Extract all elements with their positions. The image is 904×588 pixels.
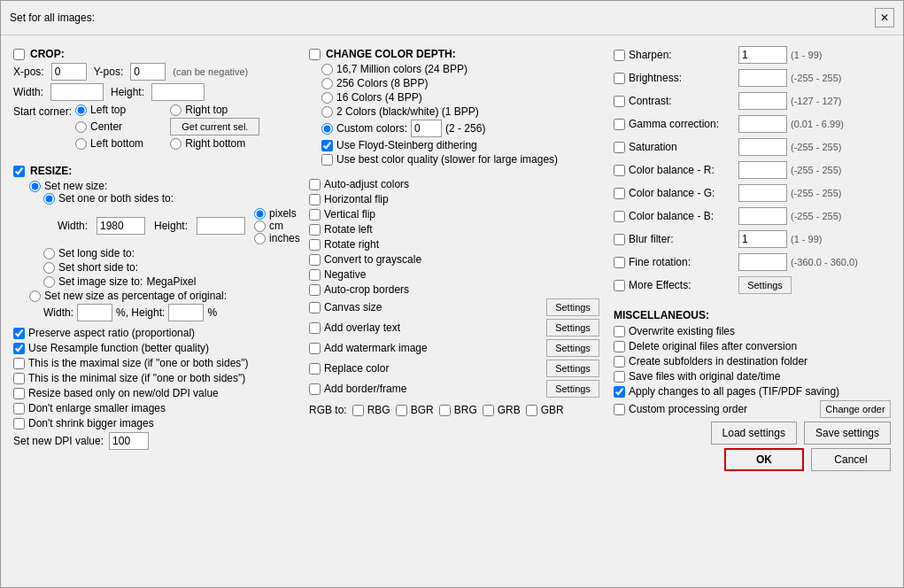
corner-left-bottom-radio[interactable] bbox=[75, 138, 87, 150]
delete-originals-checkbox[interactable] bbox=[614, 341, 625, 352]
overlay-text-label[interactable]: Add overlay text bbox=[309, 321, 546, 334]
get-current-sel-button[interactable]: Get current sel. bbox=[170, 118, 259, 135]
canvas-settings-button[interactable]: Settings bbox=[546, 298, 599, 316]
set-image-size-radio-label[interactable]: Set image size to: bbox=[43, 275, 143, 288]
watermark-settings-button[interactable]: Settings bbox=[546, 339, 599, 357]
color-256-label[interactable]: 256 Colors (8 BPP) bbox=[321, 77, 599, 89]
resize-width-input[interactable] bbox=[97, 217, 145, 235]
cm-radio-label[interactable]: cm bbox=[254, 220, 300, 232]
corner-right-bottom[interactable]: Right bottom bbox=[170, 137, 259, 150]
rgb-grb-label[interactable]: GRB bbox=[483, 404, 521, 416]
resize-checkbox[interactable] bbox=[13, 166, 25, 177]
corner-right-top-radio[interactable] bbox=[170, 104, 182, 116]
set-image-size-radio[interactable] bbox=[43, 276, 55, 288]
set-percentage-radio[interactable] bbox=[29, 290, 41, 302]
custom-colors-radio[interactable] bbox=[321, 123, 333, 135]
set-percentage-radio-label[interactable]: Set new size as percentage of original: bbox=[29, 290, 295, 302]
auto-crop-label[interactable]: Auto-crop borders bbox=[309, 283, 599, 296]
vertical-flip-label[interactable]: Vertical flip bbox=[309, 208, 599, 220]
color-2-radio[interactable] bbox=[321, 106, 333, 118]
more-effects-button[interactable]: Settings bbox=[738, 276, 792, 294]
gamma-input[interactable] bbox=[738, 115, 787, 133]
save-settings-button[interactable]: Save settings bbox=[804, 422, 891, 445]
brg-checkbox[interactable] bbox=[439, 405, 451, 416]
bgr-checkbox[interactable] bbox=[396, 405, 407, 416]
corner-left-top-radio[interactable] bbox=[75, 104, 87, 116]
inches-radio[interactable] bbox=[254, 233, 266, 244]
overlay-settings-button[interactable]: Settings bbox=[546, 319, 599, 337]
corner-left-top[interactable]: Left top bbox=[75, 104, 165, 116]
rotate-right-label[interactable]: Rotate right bbox=[309, 238, 599, 251]
custom-colors-label[interactable]: Custom colors: bbox=[321, 122, 407, 135]
color-r-input[interactable] bbox=[738, 161, 787, 179]
fine-rotation-checkbox[interactable] bbox=[614, 257, 625, 268]
resize-dpi-checkbox[interactable] bbox=[13, 388, 25, 399]
horizontal-flip-label[interactable]: Horizontal flip bbox=[309, 193, 599, 205]
crop-height-input[interactable] bbox=[151, 83, 205, 101]
blur-input[interactable] bbox=[738, 230, 787, 248]
use-resample-label[interactable]: Use Resample function (better quality) bbox=[13, 342, 295, 354]
set-new-size-radio-label[interactable]: Set new size: bbox=[29, 180, 295, 192]
resize-dpi-label[interactable]: Resize based only on new/old DPI value bbox=[13, 387, 295, 399]
set-new-size-radio[interactable] bbox=[29, 181, 41, 192]
rotate-left-label[interactable]: Rotate left bbox=[309, 223, 599, 236]
brightness-input[interactable] bbox=[738, 69, 787, 87]
best-quality-label[interactable]: Use best color quality (slower for large… bbox=[321, 153, 599, 166]
color-r-checkbox[interactable] bbox=[614, 165, 625, 176]
brightness-checkbox[interactable] bbox=[614, 73, 625, 84]
minimal-size-label[interactable]: This is the minimal size (if "one or bot… bbox=[13, 372, 295, 384]
overlay-text-checkbox[interactable] bbox=[309, 322, 321, 334]
xpos-input[interactable] bbox=[51, 63, 87, 81]
border-frame-checkbox[interactable] bbox=[309, 383, 321, 395]
watermark-checkbox[interactable] bbox=[309, 343, 321, 354]
color-2-label[interactable]: 2 Colors (black/white) (1 BPP) bbox=[321, 105, 599, 118]
dont-shrink-checkbox[interactable] bbox=[13, 418, 25, 429]
minimal-size-checkbox[interactable] bbox=[13, 373, 25, 384]
canvas-size-label[interactable]: Canvas size bbox=[309, 301, 546, 313]
apply-changes-checkbox[interactable] bbox=[614, 386, 625, 398]
dont-enlarge-checkbox[interactable] bbox=[13, 403, 25, 414]
horizontal-flip-checkbox[interactable] bbox=[309, 194, 321, 205]
ok-button[interactable]: OK bbox=[724, 448, 804, 471]
dont-shrink-label[interactable]: Don't shrink bigger images bbox=[13, 417, 295, 429]
grb-checkbox[interactable] bbox=[483, 405, 494, 416]
replace-settings-button[interactable]: Settings bbox=[546, 360, 599, 377]
auto-crop-checkbox[interactable] bbox=[309, 284, 321, 296]
set-long-side-radio-label[interactable]: Set long side to: bbox=[43, 247, 295, 259]
color-16m-radio[interactable] bbox=[321, 64, 333, 75]
floyd-steinberg-checkbox[interactable] bbox=[321, 140, 333, 151]
apply-changes-label[interactable]: Apply changes to all pages (TIF/PDF savi… bbox=[614, 385, 891, 398]
change-order-button[interactable]: Change order bbox=[820, 400, 891, 418]
rgb-gbr-label[interactable]: GBR bbox=[526, 404, 564, 416]
resize-height-input[interactable] bbox=[197, 217, 245, 235]
color-16m-label[interactable]: 16,7 Million colors (24 BPP) bbox=[321, 63, 599, 75]
corner-right-top[interactable]: Right top bbox=[170, 104, 259, 116]
convert-grayscale-checkbox[interactable] bbox=[309, 254, 321, 266]
color-b-input[interactable] bbox=[738, 207, 787, 225]
rgb-brg-label[interactable]: BRG bbox=[439, 404, 477, 416]
color-b-checkbox[interactable] bbox=[614, 211, 625, 222]
custom-order-label[interactable]: Custom processing order bbox=[614, 403, 820, 415]
color-16-radio[interactable] bbox=[321, 92, 333, 104]
crop-width-input[interactable] bbox=[50, 83, 104, 101]
negative-label[interactable]: Negative bbox=[309, 268, 599, 281]
vertical-flip-checkbox[interactable] bbox=[309, 209, 321, 220]
border-frame-label[interactable]: Add border/frame bbox=[309, 383, 546, 395]
preserve-aspect-label[interactable]: Preserve aspect ratio (proportional) bbox=[13, 327, 295, 339]
set-short-side-radio[interactable] bbox=[43, 262, 55, 274]
pct-width-input[interactable] bbox=[77, 304, 112, 321]
corner-right-bottom-radio[interactable] bbox=[170, 138, 182, 150]
blur-checkbox[interactable] bbox=[614, 234, 625, 245]
border-settings-button[interactable]: Settings bbox=[546, 380, 599, 398]
preserve-aspect-checkbox[interactable] bbox=[13, 328, 25, 339]
convert-grayscale-label[interactable]: Convert to grayscale bbox=[309, 253, 599, 266]
color-g-input[interactable] bbox=[738, 184, 787, 202]
maximal-size-checkbox[interactable] bbox=[13, 358, 25, 369]
set-long-side-radio[interactable] bbox=[43, 248, 55, 259]
dont-enlarge-label[interactable]: Don't enlarge smaller images bbox=[13, 402, 295, 414]
color-depth-checkbox[interactable] bbox=[309, 49, 321, 60]
auto-adjust-checkbox[interactable] bbox=[309, 179, 321, 190]
auto-adjust-label[interactable]: Auto-adjust colors bbox=[309, 178, 599, 190]
floyd-steinberg-label[interactable]: Use Floyd-Steinberg dithering bbox=[321, 139, 599, 151]
sharpen-input[interactable] bbox=[738, 46, 787, 64]
